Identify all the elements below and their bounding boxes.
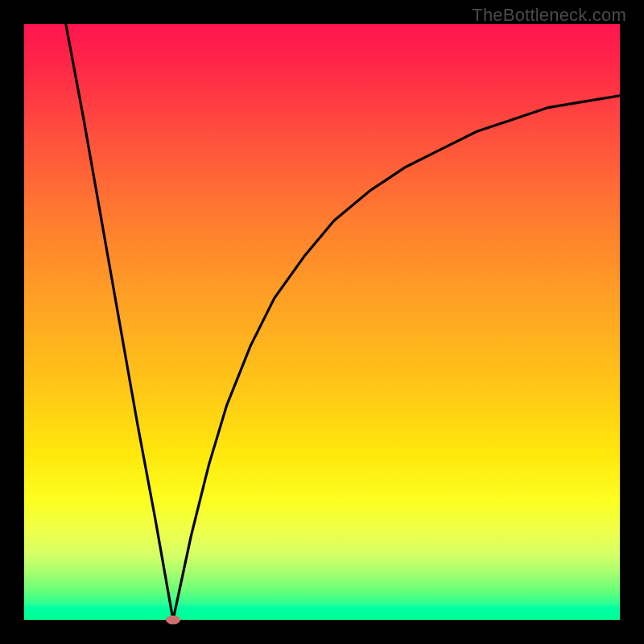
bottleneck-curve xyxy=(66,24,620,620)
optimum-marker xyxy=(166,616,180,625)
chart-container: TheBottleneck.com xyxy=(0,0,644,644)
plot-area xyxy=(24,24,620,620)
watermark-text: TheBottleneck.com xyxy=(472,5,626,26)
curve-svg xyxy=(24,24,620,620)
